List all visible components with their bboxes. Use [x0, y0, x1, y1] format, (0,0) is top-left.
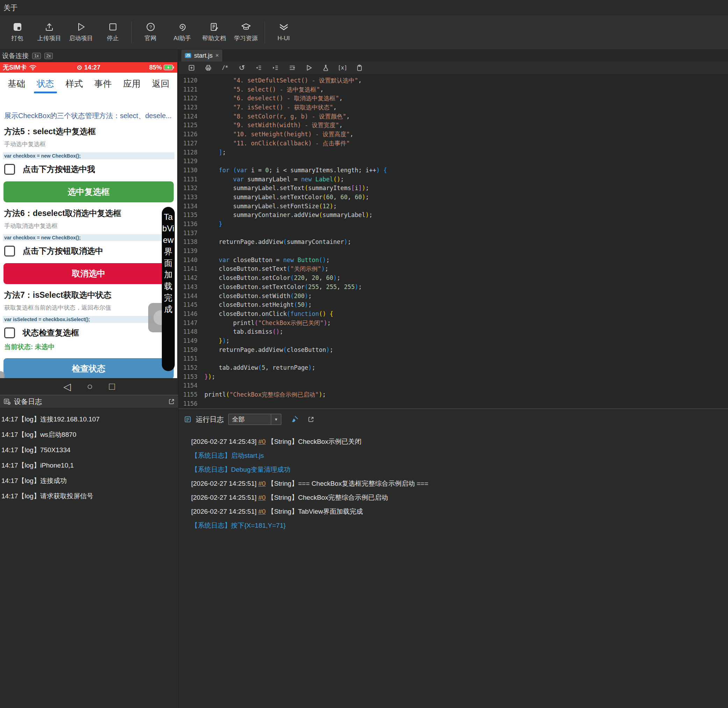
code-editor[interactable]: 1120 "4. setDefultSelect() - 设置默认选中",112…	[178, 74, 728, 409]
code-line: 1143 closeButton.setTextColor(255, 255, …	[178, 283, 728, 292]
select-checkbox-button[interactable]: 选中复选框	[3, 181, 174, 202]
start-project-button[interactable]: 启动项目	[65, 22, 97, 42]
ai-swirl-icon	[178, 22, 187, 32]
phone-tab-样式[interactable]: 样式	[65, 73, 83, 94]
package-icon	[13, 22, 22, 32]
code-line: 1154	[178, 381, 728, 390]
package-button[interactable]: 打包	[1, 22, 33, 42]
code-line: 1121 "5. select() - 选中复选框",	[178, 85, 728, 94]
method7-checkbox[interactable]	[4, 328, 15, 338]
code-line: 1150 returnPage.addView(closeButton);	[178, 345, 728, 355]
svg-text:?: ?	[149, 25, 152, 30]
tab-startjs[interactable]: JS start.js ×	[181, 49, 222, 61]
help-docs-label: 帮助文档	[202, 34, 226, 42]
device-log-popout-icon[interactable]	[168, 398, 175, 405]
device-log-line: 14:17【log】ws启动8870	[0, 427, 178, 442]
method5-heading: 方法5：select选中复选框	[4, 126, 173, 137]
phone-tab-基础[interactable]: 基础	[8, 73, 25, 94]
code-line: 1130 for (var i = 0; i < summaryItems.le…	[178, 166, 728, 175]
device-log-line: 14:17【log】750X1334	[0, 442, 178, 458]
method7-checkbox-label: 状态检查复选框	[23, 328, 79, 338]
nav-home-icon[interactable]: ○	[87, 381, 93, 392]
debug-flask-icon[interactable]	[322, 64, 329, 71]
code-line: 1144 closeButton.setWidth(200);	[178, 292, 728, 301]
code-line: 1133 summaryLabel.setTextColor(60, 60, 6…	[178, 193, 728, 202]
method6-checkbox[interactable]	[4, 246, 15, 257]
device-log-line: 14:17【log】iPhone10,1	[0, 458, 178, 473]
run-log-line: [2026-02-27 14:25:51]#0【String】TabView界面…	[191, 505, 728, 519]
start-project-label: 启动项目	[69, 34, 93, 42]
run-log-lines: [2026-02-27 14:25:43]#0【String】CheckBox示…	[178, 426, 728, 532]
run-log-popout-icon[interactable]	[308, 416, 314, 422]
outdent-icon[interactable]	[255, 64, 262, 71]
device-log-title: 设备日志	[14, 397, 42, 406]
menu-about[interactable]: 关于	[3, 3, 17, 13]
method6-subtext: 手动取消选中复选框	[4, 222, 173, 230]
upload-project-button[interactable]: 上传项目	[33, 22, 65, 42]
hui-label: H-UI	[277, 35, 290, 42]
phone-tabs: 基础状态样式事件应用返回	[0, 73, 177, 94]
zoom-2x-button[interactable]: 2x	[44, 53, 53, 59]
log-filter-dropdown[interactable]: 全部 ▼	[228, 414, 281, 425]
phone-tab-事件[interactable]: 事件	[94, 73, 112, 94]
code-line: 1145 closeButton.setHeight(50);	[178, 300, 728, 310]
print-icon[interactable]	[204, 64, 212, 71]
phone-mirror[interactable]: 无SIM卡 ⊙ 14:27 85% 基础状态样式事件应用返回 展示CheckBo…	[0, 62, 177, 378]
phone-tab-返回[interactable]: 返回	[152, 73, 170, 94]
code-line: 1135 summaryContainer.addView(summaryLab…	[178, 211, 728, 220]
deselect-checkbox-button[interactable]: 取消选中	[3, 263, 174, 284]
run-script-icon[interactable]	[305, 64, 313, 71]
code-line: 1125 "9. setWidth(width) - 设置宽度",	[178, 121, 728, 130]
code-line: 1123 "7. isSelect() - 获取选中状态",	[178, 103, 728, 112]
tab-close-icon[interactable]: ×	[215, 52, 219, 59]
new-file-icon[interactable]	[188, 64, 195, 71]
clipboard-icon[interactable]	[355, 64, 363, 71]
website-button[interactable]: ? 官网	[135, 22, 166, 42]
phone-statusbar: 无SIM卡 ⊙ 14:27 85%	[0, 62, 177, 73]
device-log-line: 14:17【log】连接成功	[0, 473, 178, 489]
check-status-button[interactable]: 检查状态	[3, 358, 174, 378]
code-line: 1153});	[178, 373, 728, 382]
clear-log-icon[interactable]	[291, 415, 299, 423]
nav-back-icon[interactable]: ◁	[63, 381, 71, 392]
format-code-icon[interactable]	[288, 64, 296, 71]
variables-icon[interactable]: [x]	[339, 65, 347, 71]
run-log-line: 【系统日志】Debug变量清理成功	[191, 463, 728, 477]
method5-checkbox[interactable]	[4, 164, 15, 175]
tab-startjs-label: start.js	[194, 52, 213, 59]
website-label: 官网	[145, 34, 157, 42]
run-log-line: [2026-02-27 14:25:43]#0【String】CheckBox示…	[191, 435, 728, 449]
help-circle-icon: ?	[146, 22, 155, 32]
device-log-line: 14:17【log】请求获取投屏信号	[0, 489, 178, 504]
undo-icon[interactable]: ↺	[238, 64, 246, 72]
code-line: 1132 summaryLabel.setText(summaryItems[i…	[178, 184, 728, 193]
zoom-1x-button[interactable]: 1x	[32, 53, 41, 59]
help-docs-button[interactable]: 帮助文档	[198, 22, 230, 42]
code-line: 1134 summaryLabel.setFontSize(12);	[178, 202, 728, 211]
code-line: 1129	[178, 157, 728, 166]
comment-icon[interactable]: /*	[221, 65, 229, 71]
phone-nav-bar: ◁ ○ □	[0, 378, 178, 395]
toolbar-separator	[131, 22, 132, 44]
phone-content: 展示CheckBox的三个状态管理方法：select、desele... 方法5…	[0, 94, 177, 378]
learning-resources-button[interactable]: 学习资源	[230, 22, 262, 42]
phone-tab-状态[interactable]: 状态	[37, 73, 54, 94]
stop-button[interactable]: 停止	[97, 22, 129, 42]
ai-assistant-button[interactable]: AI助手	[166, 22, 198, 42]
code-line: 1147 printl("CheckBox示例已关闭");	[178, 319, 728, 328]
hui-logo-button[interactable]: H-UI	[268, 23, 300, 42]
upload-project-label: 上传项目	[38, 34, 61, 42]
nav-recents-icon[interactable]: □	[109, 381, 115, 392]
code-line: 1137	[178, 229, 728, 238]
upload-icon	[45, 22, 54, 32]
phone-tab-应用[interactable]: 应用	[123, 73, 141, 94]
indent-icon[interactable]	[271, 64, 279, 71]
code-line: 1120 "4. setDefultSelect() - 设置默认选中",	[178, 76, 728, 85]
code-line: 1122 "6. deselect() - 取消选中复选框",	[178, 94, 728, 103]
learning-resources-label: 学习资源	[234, 34, 258, 42]
code-line: 1149 });	[178, 337, 728, 345]
main-toolbar: 打包 上传项目 启动项目 停止 ? 官网 AI助手 帮助文档 学习资源	[0, 15, 728, 49]
package-label: 打包	[12, 34, 23, 42]
run-log-header: 运行日志 全部 ▼	[178, 409, 728, 426]
run-log-icon	[184, 416, 191, 423]
